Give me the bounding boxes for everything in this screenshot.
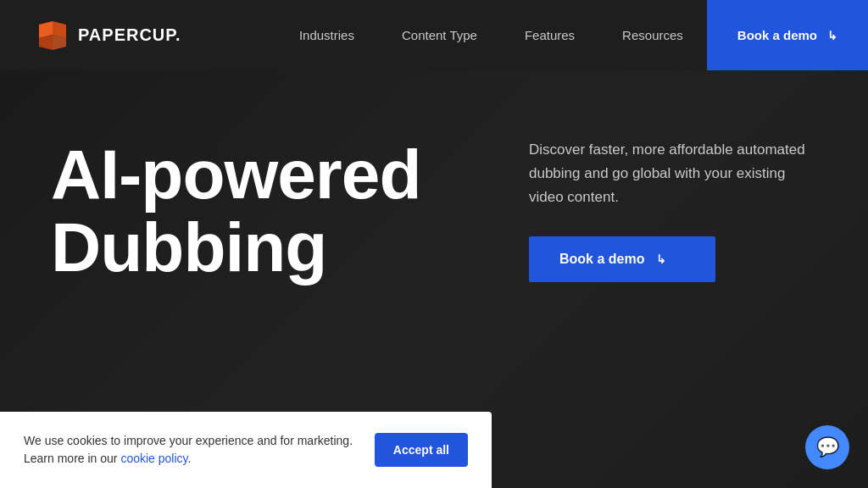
nav-arrow-icon: ↳ (827, 29, 837, 42)
hero-book-demo-button[interactable]: Book a demo ↳ (529, 236, 715, 282)
cookie-text: We use cookies to improve your experienc… (24, 432, 358, 468)
nav-industries[interactable]: Industries (275, 0, 378, 70)
hero-title: AI-powered Dubbing (51, 138, 512, 284)
cookie-policy-link[interactable]: cookie policy (120, 452, 187, 465)
logo-text: PAPERCUP. (78, 25, 181, 45)
cookie-banner: We use cookies to improve your experienc… (0, 412, 492, 488)
hero-arrow-icon: ↳ (656, 252, 666, 266)
nav-links: Industries Content Type Features Resourc… (275, 0, 868, 70)
cookie-accept-button[interactable]: Accept all (375, 433, 468, 467)
hero-left: AI-powered Dubbing (51, 121, 512, 284)
hero-section: AI-powered Dubbing Discover faster, more… (0, 70, 868, 488)
hero-right: Discover faster, more affordable automat… (512, 121, 817, 282)
logo[interactable]: PAPERCUP. (34, 18, 181, 53)
navbar: PAPERCUP. Industries Content Type Featur… (0, 0, 868, 70)
nav-book-demo-button[interactable]: Book a demo ↳ (707, 0, 868, 70)
nav-features[interactable]: Features (501, 0, 598, 70)
chat-icon: 💬 (816, 436, 839, 458)
nav-resources[interactable]: Resources (598, 0, 707, 70)
chat-button[interactable]: 💬 (805, 425, 849, 469)
nav-content-type[interactable]: Content Type (378, 0, 501, 70)
hero-description: Discover faster, more affordable automat… (529, 138, 817, 209)
